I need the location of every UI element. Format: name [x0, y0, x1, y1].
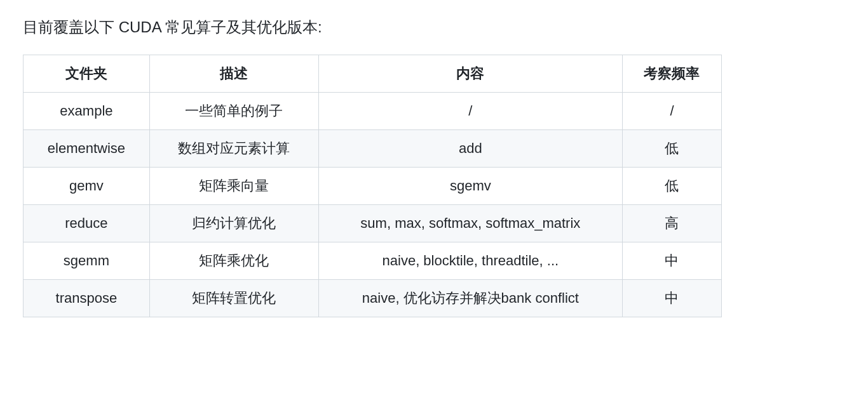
header-freq: 考察频率 — [622, 55, 721, 93]
header-desc: 描述 — [149, 55, 318, 93]
table-row: elementwise 数组对应元素计算 add 低 — [24, 130, 722, 168]
table-row: transpose 矩阵转置优化 naive, 优化访存并解决bank conf… — [24, 280, 722, 317]
cell-freq: 高 — [622, 205, 721, 242]
cell-freq: 低 — [622, 130, 721, 168]
cell-content: / — [318, 93, 622, 130]
intro-text: 目前覆盖以下 CUDA 常见算子及其优化版本: — [23, 15, 845, 39]
cell-freq: 中 — [622, 242, 721, 280]
cell-folder: elementwise — [24, 130, 150, 168]
header-folder: 文件夹 — [24, 55, 150, 93]
cell-desc: 矩阵乘优化 — [149, 242, 318, 280]
cell-content: naive, blocktile, threadtile, ... — [318, 242, 622, 280]
cell-folder: sgemm — [24, 242, 150, 280]
cell-folder: example — [24, 93, 150, 130]
table-row: reduce 归约计算优化 sum, max, softmax, softmax… — [24, 205, 722, 242]
cell-desc: 归约计算优化 — [149, 205, 318, 242]
cell-desc: 数组对应元素计算 — [149, 130, 318, 168]
cell-folder: gemv — [24, 168, 150, 205]
cell-desc: 矩阵乘向量 — [149, 168, 318, 205]
table-row: sgemm 矩阵乘优化 naive, blocktile, threadtile… — [24, 242, 722, 280]
cell-content: sgemv — [318, 168, 622, 205]
cell-desc: 一些简单的例子 — [149, 93, 318, 130]
cell-freq: 低 — [622, 168, 721, 205]
cell-folder: transpose — [24, 280, 150, 317]
table-row: gemv 矩阵乘向量 sgemv 低 — [24, 168, 722, 205]
cell-folder: reduce — [24, 205, 150, 242]
cell-content: sum, max, softmax, softmax_matrix — [318, 205, 622, 242]
cell-freq: 中 — [622, 280, 721, 317]
cell-freq: / — [622, 93, 721, 130]
cell-desc: 矩阵转置优化 — [149, 280, 318, 317]
cell-content: add — [318, 130, 622, 168]
cell-content: naive, 优化访存并解决bank conflict — [318, 280, 622, 317]
header-content: 内容 — [318, 55, 622, 93]
table-row: example 一些简单的例子 / / — [24, 93, 722, 130]
table-header-row: 文件夹 描述 内容 考察频率 — [24, 55, 722, 93]
operators-table: 文件夹 描述 内容 考察频率 example 一些简单的例子 / / eleme… — [23, 55, 722, 317]
